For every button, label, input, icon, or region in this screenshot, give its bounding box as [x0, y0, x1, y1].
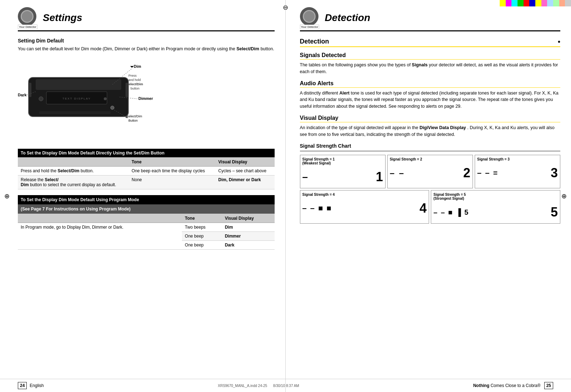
- detection-icon-circle: [300, 7, 318, 26]
- signal2-number: 2: [463, 166, 470, 180]
- detection-header: Your Detector Detection: [300, 7, 561, 31]
- signals-detected-heading: Signals Detected: [300, 52, 561, 60]
- visual-display-body: An indication of the type of signal dete…: [300, 124, 561, 138]
- settings-icon-inner: [21, 10, 34, 23]
- svg-rect-7: [29, 83, 31, 97]
- table1-col1: Tone: [129, 157, 215, 166]
- table1-row1-visual: Cycles – see chart above: [215, 166, 274, 175]
- page-footer: 24 English XRS9670_MANL_A.indd 24-25 8/3…: [0, 379, 571, 392]
- table2-row3-visual: Dark: [222, 240, 274, 249]
- signal3-display: – – ≡ 3: [477, 164, 558, 182]
- svg-text:and hold: and hold: [128, 78, 141, 82]
- svg-point-4: [39, 97, 43, 101]
- audio-alerts-body: A distinctly different Alert tone is use…: [300, 90, 561, 110]
- footer-right: Nothing Comes Close to a Cobra® 25: [473, 383, 553, 388]
- signal-divider: [300, 151, 561, 151]
- svg-text:TEXT DISPLAY: TEXT DISPLAY: [62, 97, 91, 100]
- svg-text:Button: Button: [128, 119, 138, 122]
- signal4-visual: – – ■ ■: [302, 204, 332, 213]
- table1-col2: Visual Display: [215, 157, 274, 166]
- signal-strength-section: Signal Strength Chart Signal Strength = …: [300, 143, 561, 224]
- settings-your-detector: Your Detector: [18, 25, 37, 29]
- settings-header: Your Detector Settings: [18, 7, 275, 31]
- footer-center: XRS9670_MANL_A.indd 24-25 8/30/10 8:37 A…: [218, 384, 299, 388]
- left-column: Your Detector Settings Setting Dim Defau…: [0, 0, 286, 392]
- signal3-number: 3: [551, 166, 558, 180]
- signals-detected-body: The tables on the following pages show y…: [300, 62, 561, 75]
- settings-icon-container: Your Detector: [18, 7, 39, 29]
- svg-rect-1: [36, 79, 121, 90]
- signal1-display: – 1: [302, 168, 383, 186]
- setting-dim-body: You can set the default level for Dim mo…: [18, 46, 275, 52]
- signal-cell-3: Signal Strength = 3 – – ≡ 3: [475, 155, 560, 188]
- table1-row2-label: Release the Select/Dim button to select …: [18, 175, 129, 189]
- detection-main-heading: Detection: [300, 38, 561, 47]
- svg-point-24: [126, 116, 128, 118]
- right-column: Your Detector Detection Detection Signal…: [286, 0, 571, 392]
- signal-bottom-row: Signal Strength = 4 – – ■ ■ 4 Signal Str…: [300, 190, 561, 224]
- svg-text:Dim: Dim: [134, 64, 141, 68]
- svg-text:Dimmer: Dimmer: [138, 96, 153, 101]
- table-dim-direct: To Set the Display Dim Mode Default Dire…: [18, 149, 275, 189]
- signal5-visual: – – ■ ▐ 5: [433, 208, 469, 217]
- detection-icon-container: Your Detector: [300, 7, 321, 29]
- table2-caption: To Set the Display Dim Mode Default Usin…: [18, 195, 275, 204]
- table2-row2-visual: Dimmer: [222, 231, 274, 240]
- visual-display-heading: Visual Display: [300, 115, 561, 122]
- svg-text:button: button: [131, 87, 139, 90]
- signal4-number: 4: [419, 201, 427, 216]
- signal4-label: Signal Strength = 4: [302, 193, 427, 197]
- device-diagram: TEXT DISPLAY Dim: [18, 56, 275, 145]
- signal2-label: Signal Strength = 2: [390, 157, 470, 161]
- table1-row1-tone: One beep each time the display cycles: [129, 166, 215, 175]
- footer-left: 24 English: [18, 382, 44, 389]
- signal-cell-2: Signal Strength = 2 – – 2: [387, 155, 473, 188]
- svg-marker-12: [130, 66, 134, 68]
- signal3-label: Signal Strength = 3: [477, 157, 558, 161]
- table1-row2-tone: None: [129, 175, 215, 189]
- detection-title: Detection: [325, 12, 371, 24]
- table2-col2: Visual Display: [222, 214, 274, 223]
- audio-alerts-heading: Audio Alerts: [300, 80, 561, 88]
- svg-point-5: [104, 97, 107, 100]
- svg-rect-6: [39, 111, 111, 114]
- table2-row1-visual: Dim: [222, 223, 274, 231]
- setting-dim-heading: Setting Dim Default: [18, 38, 275, 44]
- svg-text:Press: Press: [128, 74, 137, 77]
- language-label: English: [30, 383, 44, 388]
- signal3-visual: – – ≡: [477, 168, 499, 178]
- svg-text:Select/Dim: Select/Dim: [127, 114, 142, 118]
- signal1-label: Signal Strength = 1 (Weakest Signal): [302, 157, 383, 165]
- table2-row-label: In Program mode, go to Display Dim, Dimm…: [18, 223, 182, 249]
- table1-row1-label: Press and hold the Select/Dim button.: [18, 166, 129, 175]
- signal4-display: – – ■ ■ 4: [302, 199, 427, 217]
- table1-col0: [18, 157, 129, 166]
- main-columns: Your Detector Settings Setting Dim Defau…: [0, 0, 571, 392]
- table2-caption-sub: (See Page 7 For Instructions on Using Pr…: [18, 204, 275, 214]
- detection-your-detector: Your Detector: [300, 25, 320, 29]
- signal2-display: – – 2: [390, 164, 470, 182]
- table1-caption: To Set the Display Dim Mode Default Dire…: [18, 149, 275, 158]
- detection-icon-inner: [303, 10, 316, 23]
- left-page-number: 24: [18, 382, 27, 389]
- signal5-number: 5: [551, 205, 558, 220]
- signal-cell-4: Signal Strength = 4 – – ■ ■ 4: [300, 190, 429, 224]
- settings-title: Settings: [43, 12, 82, 24]
- svg-text:Dark: Dark: [18, 93, 27, 97]
- page-container: ⊕ ⊕ ⊕ Your Detector Settings Setting Dim…: [0, 0, 571, 392]
- table2-row2-tone: One beep: [182, 231, 222, 240]
- svg-text:Select/Dim: Select/Dim: [127, 82, 143, 86]
- settings-icon-circle: [18, 7, 36, 26]
- table2-row3-tone: One beep: [182, 240, 222, 249]
- signal5-display: – – ■ ▐ 5 5: [433, 203, 558, 221]
- table2-col1: Tone: [182, 214, 222, 223]
- signal1-number: 1: [376, 169, 383, 184]
- signal-cell-1: Signal Strength = 1 (Weakest Signal) – 1: [300, 155, 386, 188]
- signal1-visual: –: [302, 171, 309, 183]
- signal-top-row: Signal Strength = 1 (Weakest Signal) – 1…: [300, 155, 561, 188]
- device-svg: TEXT DISPLAY Dim: [18, 56, 153, 138]
- signal-strength-heading: Signal Strength Chart: [300, 143, 561, 149]
- table1-row2-visual: Dim, Dimmer or Dark: [215, 175, 274, 189]
- signal-cell-5: Signal Strength = 5 (Strongest Signal) –…: [431, 190, 560, 224]
- signal5-label: Signal Strength = 5 (Strongest Signal): [433, 193, 558, 200]
